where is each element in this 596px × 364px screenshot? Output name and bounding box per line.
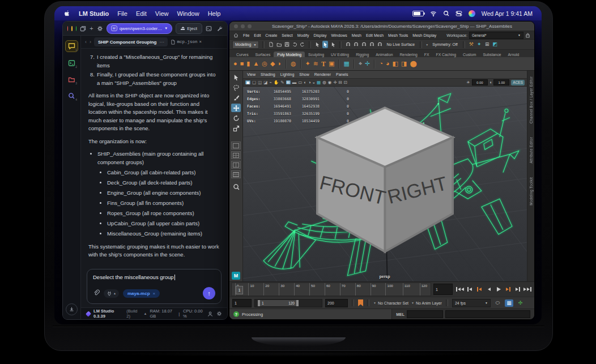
command-feedback[interactable] — [445, 310, 530, 318]
shelf-tab-uv-editing[interactable]: UV Editing — [327, 52, 352, 57]
snap-curve-icon[interactable] — [353, 41, 359, 48]
poly-cylinder-icon[interactable]: ▮ — [246, 61, 250, 67]
help-icon[interactable]: ? — [233, 311, 239, 317]
type-tool-icon[interactable]: T — [321, 61, 326, 67]
menu-edit[interactable]: Edit — [136, 10, 147, 17]
chat-settings-icon[interactable] — [97, 25, 103, 32]
poly-cone-icon[interactable]: ▲ — [253, 61, 259, 67]
shelf-tab-animation[interactable]: Animation — [372, 52, 396, 57]
view-cube[interactable]: FRONT RIGHT — [243, 87, 527, 281]
zoom-button[interactable] — [76, 26, 76, 31]
close-button[interactable] — [67, 26, 68, 31]
menu-windows[interactable]: Windows — [331, 33, 347, 37]
menu-mesh[interactable]: Mesh — [352, 33, 361, 37]
combine-icon[interactable]: ◧ — [393, 61, 398, 67]
shelf-tab-poly-modeling[interactable]: Poly Modeling — [274, 52, 305, 57]
layout-single-pane-icon[interactable] — [231, 142, 241, 149]
menu-file[interactable]: File — [243, 33, 249, 37]
select-component-icon[interactable] — [330, 41, 336, 48]
xray-joints-icon[interactable]: ◉ — [328, 80, 332, 85]
range-end-handle[interactable] — [296, 300, 299, 306]
menu-edit-mesh[interactable]: Edit Mesh — [366, 33, 384, 37]
texture-view-icon[interactable]: ⊞ — [484, 41, 490, 48]
remove-mcp-icon[interactable]: × — [153, 291, 156, 296]
construction-history-icon[interactable]: ⚒ — [469, 41, 474, 48]
downloads-button[interactable] — [66, 303, 78, 315]
layout-two-pane-icon[interactable] — [231, 161, 241, 169]
symmetry-selector[interactable]: Symmetry: Off — [431, 42, 459, 46]
apple-menu-icon[interactable] — [63, 10, 70, 17]
live-surface-label[interactable]: No Live Surface — [385, 42, 416, 46]
redo-icon[interactable] — [300, 41, 305, 48]
auto-key-icon[interactable]: ▦ — [505, 299, 513, 307]
menu-create[interactable]: Create — [265, 33, 277, 37]
tab-menu-icon[interactable]: ⋯ — [159, 40, 164, 45]
shelf-tab-rendering[interactable]: Rendering — [396, 52, 420, 57]
siri-icon[interactable] — [469, 10, 475, 17]
chat-input[interactable]: Deselect the miscellaneous group ▲ maya-… — [87, 269, 222, 304]
select-tool-icon[interactable] — [231, 73, 241, 82]
chevron-right-icon[interactable]: › — [90, 39, 91, 45]
menu-mesh-display[interactable]: Mesh Display — [412, 33, 436, 37]
locator-icon[interactable]: ✛ — [365, 61, 370, 67]
open-scene-icon[interactable] — [276, 41, 282, 48]
step-back-key-button[interactable] — [475, 285, 483, 293]
mcp-plugins-button[interactable]: ▲ — [104, 289, 119, 298]
shelf-tab-curves[interactable]: Curves — [233, 52, 252, 57]
image-plane-icon[interactable]: ⌁ — [269, 80, 272, 85]
close-button[interactable] — [234, 24, 238, 28]
wireframe-on-shaded-icon[interactable]: ▦ — [317, 80, 321, 85]
snap-view-plane-icon[interactable] — [377, 41, 382, 48]
2d-pan-zoom-icon[interactable]: ✋ — [274, 80, 279, 85]
construction-plane-icon[interactable]: ⌖ — [359, 61, 362, 67]
wifi-icon[interactable] — [430, 10, 437, 17]
panel-menu-shading[interactable]: Shading — [261, 72, 275, 76]
poly-torus-icon[interactable]: ◎ — [262, 61, 267, 67]
menu-modify[interactable]: Modify — [297, 33, 309, 37]
step-forward-key-button[interactable] — [504, 285, 512, 293]
exposure-icon[interactable]: ☀ — [466, 80, 470, 85]
separate-icon[interactable]: ◨ — [401, 61, 407, 67]
user-icon[interactable] — [207, 311, 213, 317]
shelf-tab-rigging[interactable]: Rigging — [352, 52, 372, 57]
boolean-difference-icon[interactable]: ◕ — [386, 61, 390, 67]
menu-file[interactable]: File — [117, 10, 127, 17]
play-forwards-button[interactable] — [495, 285, 503, 293]
wireframe-mode-icon[interactable]: ⊞ — [286, 80, 291, 85]
shadows-icon[interactable]: ◑ — [308, 80, 311, 85]
select-object-icon[interactable] — [322, 41, 328, 48]
menubar-clock[interactable]: Wed Apr 1 9:41 AM — [482, 10, 533, 17]
snap-grid-icon[interactable] — [345, 41, 351, 48]
animation-prefs-icon[interactable]: ✣ — [516, 299, 525, 307]
render-settings-icon[interactable]: ✦ — [476, 41, 482, 48]
menu-mesh-tools[interactable]: Mesh Tools — [388, 33, 408, 37]
minimize-button[interactable] — [241, 24, 245, 28]
screen-space-ao-icon[interactable]: ◒ — [313, 80, 316, 85]
scale-tool-icon[interactable] — [231, 124, 241, 132]
paint-select-tool-icon[interactable] — [231, 93, 241, 102]
range-slider[interactable]: 1 120 — [254, 299, 322, 307]
tab-modeling-toolkit[interactable]: Modeling Toolkit — [529, 177, 533, 205]
snap-point-icon[interactable] — [361, 41, 367, 48]
sidebar-item-discover[interactable]: 4 — [66, 91, 78, 101]
send-button[interactable]: ↑ — [203, 287, 215, 299]
battery-icon[interactable] — [412, 11, 424, 16]
mel-label[interactable]: MEL — [396, 312, 405, 316]
new-window-icon[interactable] — [80, 25, 86, 32]
move-tool-icon[interactable] — [231, 104, 241, 112]
resolution-gate-icon[interactable]: ⊡ — [344, 80, 347, 85]
tab-attribute-editor[interactable]: Attribute Editor — [529, 137, 533, 163]
shelf-tab-sculpting[interactable]: Sculpting — [305, 52, 327, 57]
chevron-down-icon[interactable]: ▼ — [425, 43, 428, 46]
lighting-all-icon[interactable]: ◐ — [304, 80, 306, 85]
shelf-tab-fx[interactable]: FX — [421, 52, 433, 57]
camera-attributes-icon[interactable]: ◫ — [258, 80, 262, 85]
gamma-icon[interactable]: ◖ — [489, 80, 492, 85]
textured-mode-icon[interactable]: ▭ — [298, 80, 302, 85]
exposure-field[interactable]: 0.00 — [472, 79, 488, 85]
xray-icon[interactable]: ◍ — [322, 80, 326, 85]
super-shape-icon[interactable]: ✦ — [305, 61, 310, 67]
boolean-union-icon[interactable]: ◔ — [379, 61, 383, 67]
wrench-settings-icon[interactable] — [216, 25, 223, 32]
settings-gear-icon[interactable] — [216, 311, 222, 316]
